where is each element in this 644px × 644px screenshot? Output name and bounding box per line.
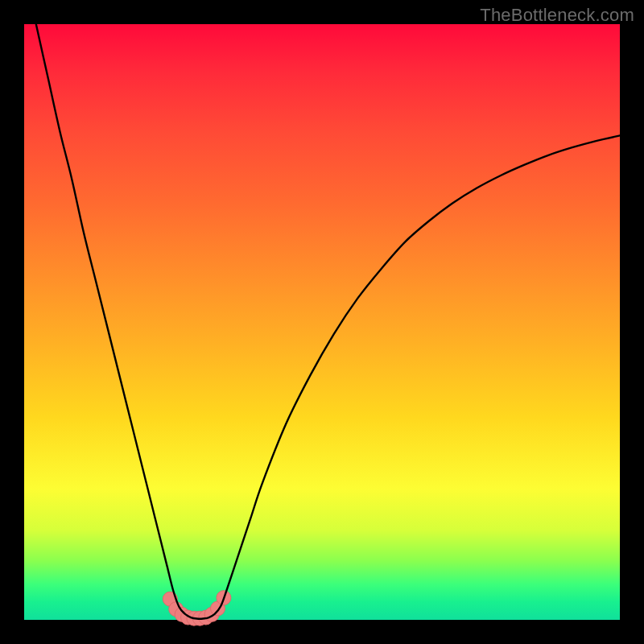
watermark-text: TheBottleneck.com [480,5,634,26]
plot-area [24,24,620,620]
chart-frame: TheBottleneck.com [0,0,644,644]
bottleneck-curve [36,24,620,619]
chart-svg [24,24,620,620]
